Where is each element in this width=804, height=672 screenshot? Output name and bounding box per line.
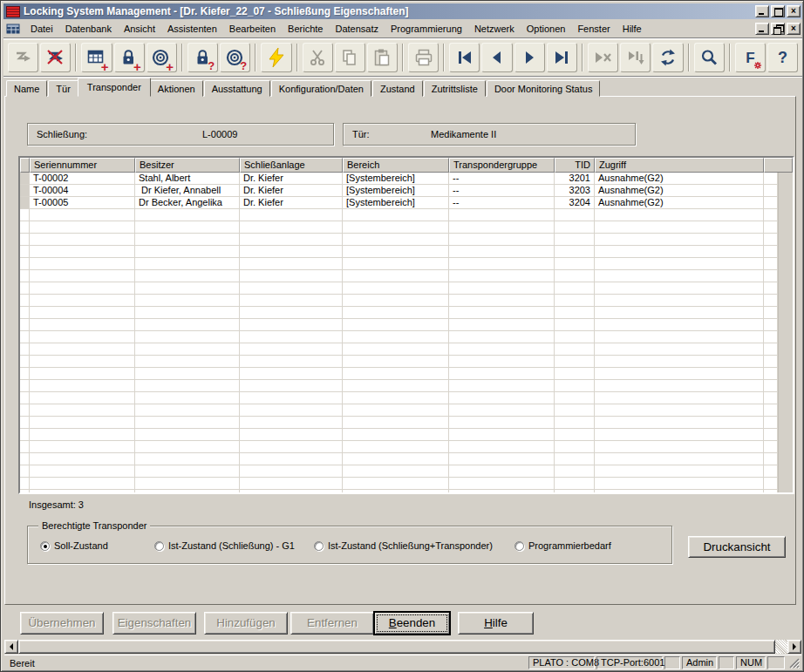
new-locking-system-button[interactable]: +	[81, 43, 112, 72]
minimize-button[interactable]	[755, 5, 769, 17]
help-footer-button[interactable]: Hilfe	[458, 612, 534, 635]
menu-item-optionen[interactable]: Optionen	[521, 22, 572, 36]
status-panel-tcp-port: TCP-Port:6001	[596, 656, 663, 669]
menu-item-datensatz[interactable]: Datensatz	[329, 22, 385, 36]
scroll-right-button[interactable]	[787, 640, 801, 654]
tab-aktionen[interactable]: Aktionen	[150, 80, 203, 97]
program-button[interactable]	[261, 43, 291, 72]
menu-item-programmierung[interactable]: Programmierung	[385, 22, 468, 36]
right-arrow-icon	[793, 643, 800, 650]
login-button[interactable]	[8, 43, 38, 72]
previous-record-button[interactable]	[481, 43, 512, 72]
nav-goto-icon	[625, 47, 646, 68]
menu-item-bearbeiten[interactable]: Bearbeiten	[223, 22, 282, 36]
tab-ausstattung[interactable]: Ausstattung	[204, 80, 270, 97]
column-header-bereich[interactable]: Bereich	[343, 158, 449, 173]
scrollbar-track[interactable]	[775, 640, 787, 654]
menu-item-fenster[interactable]: Fenster	[571, 22, 616, 36]
first-record-button[interactable]	[449, 43, 480, 72]
read-transponder-button[interactable]: ?	[220, 43, 250, 72]
tab-konfiguration-daten[interactable]: Konfiguration/Daten	[271, 80, 371, 97]
next-record-button[interactable]	[514, 43, 545, 72]
column-header-schliessanlage[interactable]: Schließanlage	[240, 158, 343, 173]
properties-button[interactable]: Eigenschaften	[112, 612, 196, 635]
previous-record-icon	[487, 47, 508, 68]
help-icon: ?	[778, 49, 787, 67]
exit-button[interactable]: Beenden	[374, 612, 450, 635]
table-body: T-00002 Stahl, Albert Dr. Kiefer [System…	[20, 173, 793, 492]
radio-ist-zustand-schliessung[interactable]: Ist-Zustand (Schließung) - G1	[154, 540, 295, 551]
table-vertical-scrollbar[interactable]	[778, 173, 793, 492]
nav-goto-button[interactable]	[620, 43, 651, 72]
remove-button[interactable]: Entfernen	[290, 612, 374, 635]
tab-zustand[interactable]: Zustand	[372, 80, 423, 97]
functions-gear-icon	[752, 59, 764, 71]
column-header-transpondergruppe[interactable]: Transpondergruppe	[449, 158, 555, 173]
column-header-seriennummer[interactable]: Seriennummer	[30, 158, 135, 173]
column-header-besitzer[interactable]: Besitzer	[135, 158, 240, 173]
transponder-table: Seriennummer Besitzer Schließanlage Bere…	[18, 156, 794, 494]
mdi-restore-button[interactable]	[771, 23, 785, 35]
cut-button[interactable]	[303, 43, 333, 72]
table-row[interactable]: T-00004 Dr Kiefer, Annabell Dr. Kiefer […	[20, 185, 793, 197]
search-button[interactable]	[694, 43, 725, 72]
column-header-tid[interactable]: TID	[555, 158, 595, 173]
new-transponder-button[interactable]: +	[146, 43, 177, 72]
menu-item-netzwerk[interactable]: Netzwerk	[468, 22, 521, 36]
tab-door-monitoring-status[interactable]: Door Monitoring Status	[487, 80, 601, 97]
resize-grip-icon[interactable]	[788, 657, 800, 669]
column-header-zugriff[interactable]: Zugriff	[595, 158, 764, 173]
print-icon	[413, 47, 434, 68]
refresh-button[interactable]	[652, 43, 683, 72]
new-lock-button[interactable]: +	[114, 43, 145, 72]
logout-button[interactable]	[40, 43, 71, 72]
menu-item-berichte[interactable]: Berichte	[282, 22, 329, 36]
status-ready-label: Bereit	[6, 658, 527, 669]
copy-button[interactable]	[335, 43, 365, 72]
door-field-label: Tür:	[352, 129, 370, 139]
question-badge-icon: ?	[208, 59, 215, 72]
paste-icon	[371, 47, 392, 68]
print-view-button[interactable]: Druckansicht	[688, 536, 786, 558]
tab-zutrittsliste[interactable]: Zutrittsliste	[424, 80, 486, 97]
menu-item-datenbank[interactable]: Datenbank	[59, 22, 118, 36]
last-record-icon	[551, 47, 572, 68]
cut-icon	[307, 47, 328, 68]
horizontal-scrollbar	[4, 640, 801, 654]
tab-transponder[interactable]: Transponder	[78, 78, 151, 97]
tab-tuer[interactable]: Tür	[48, 80, 78, 97]
app-window: Locking System Management - [Dr. Kiefer_…	[0, 0, 804, 672]
table-row[interactable]: T-00005 Dr Becker, Angelika Dr. Kiefer […	[20, 197, 793, 209]
scroll-left-button[interactable]	[4, 640, 18, 654]
authorized-transponder-group: Berechtigte Transponder Soll-Zustand Ist…	[27, 526, 672, 564]
radio-programmierbedarf[interactable]: Programmierbedarf	[514, 540, 611, 551]
table-row[interactable]: T-00002 Stahl, Albert Dr. Kiefer [System…	[20, 173, 793, 185]
radio-soll-zustand[interactable]: Soll-Zustand	[40, 540, 108, 551]
column-header-rowselector[interactable]	[20, 158, 30, 173]
nav-cancel-button[interactable]	[588, 43, 618, 72]
menu-item-hilfe[interactable]: Hilfe	[617, 22, 648, 36]
close-button[interactable]: ×	[787, 5, 801, 17]
radio-ist-zustand-schliessung-transponder[interactable]: Ist-Zustand (Schließung+Transponder)	[314, 540, 493, 551]
status-panel-blank	[767, 656, 785, 669]
menu-item-assistenten[interactable]: Assistenten	[161, 22, 223, 36]
add-button[interactable]: Hinzufügen	[204, 612, 288, 635]
scrollbar-thumb[interactable]	[18, 640, 775, 654]
mdi-system-menu-icon[interactable]	[6, 23, 20, 35]
last-record-button[interactable]	[547, 43, 577, 72]
apply-button[interactable]: Übernehmen	[20, 612, 104, 635]
maximize-button[interactable]	[771, 5, 785, 17]
print-button[interactable]	[408, 43, 439, 72]
tab-strip: Name Tür Transponder Aktionen Ausstattun…	[6, 78, 601, 97]
mdi-close-button[interactable]: ×	[787, 23, 801, 35]
mdi-minimize-button[interactable]	[755, 23, 769, 35]
paste-button[interactable]	[367, 43, 398, 72]
help-button[interactable]: ?	[767, 43, 798, 72]
left-arrow-icon	[6, 643, 13, 650]
menu-item-datei[interactable]: Datei	[24, 22, 59, 36]
lock-field: Schließung: L-00009	[27, 123, 334, 146]
menu-item-ansicht[interactable]: Ansicht	[118, 22, 161, 36]
functions-button[interactable]: F	[735, 43, 766, 72]
tab-name[interactable]: Name	[6, 80, 47, 97]
read-lock-button[interactable]: ?	[187, 43, 218, 72]
